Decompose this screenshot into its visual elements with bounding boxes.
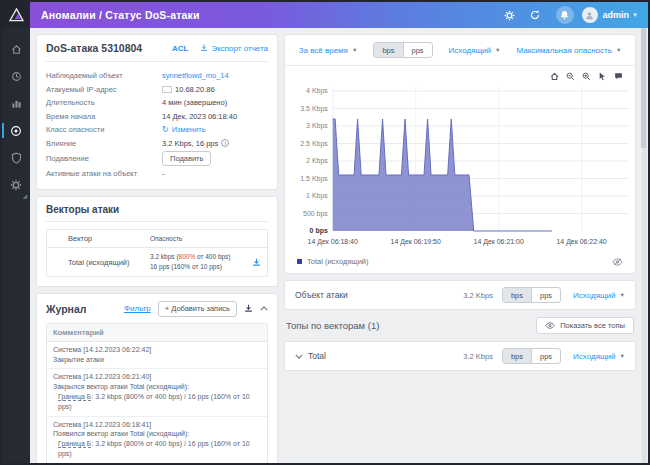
direction-select[interactable]: Исходящий▼ <box>573 291 625 300</box>
chevron-down-icon: ▼ <box>352 47 357 53</box>
chevron-down-icon[interactable] <box>295 354 303 359</box>
field-label: Атакуемый IP-адрес <box>46 85 162 94</box>
vector-name: Total (исходящий) <box>68 258 150 267</box>
sidebar-item-anomalies[interactable] <box>2 117 30 144</box>
vector-row: Total (исходящий) 3.2 kbps (800% от 400 … <box>47 248 267 276</box>
svg-text:0 bps: 0 bps <box>310 227 328 235</box>
svg-text:4 Kbps: 4 Kbps <box>306 87 328 95</box>
sidebar-item-home[interactable] <box>2 36 30 63</box>
chart-zoom-out-button[interactable] <box>566 72 575 81</box>
brand-triangle-icon <box>9 8 24 22</box>
field-label: Длительность <box>46 98 162 107</box>
info-icon[interactable]: i <box>221 139 229 147</box>
threshold-link[interactable]: Граница Б <box>58 393 91 401</box>
total-value: 3.2 Kbps <box>463 352 493 361</box>
attack-vectors-card: Векторы атаки Вектор Опасность Total (ис… <box>36 196 278 287</box>
svg-text:3 Kbps: 3 Kbps <box>306 122 328 130</box>
user-menu-caret-icon[interactable]: ▼ <box>632 12 638 18</box>
field-label: Активные атаки на объект <box>46 169 162 178</box>
sidebar-item-settings[interactable] <box>2 171 30 198</box>
vector-download-button[interactable] <box>252 258 261 267</box>
units-toggle: bps pps <box>502 287 561 303</box>
time-range-select[interactable]: За всё время▼ <box>299 46 358 55</box>
tops-title: Топы по векторам (1) <box>286 320 379 331</box>
page-title: Аномалии / Статус DoS-атаки <box>41 9 200 21</box>
change-danger-class-link[interactable]: Изменить <box>172 125 206 134</box>
collapse-journal-button[interactable] <box>260 306 268 311</box>
chart-cursor-button[interactable] <box>598 72 607 81</box>
legend-label[interactable]: Total (исходящий) <box>307 257 369 266</box>
acl-link[interactable]: ACL <box>172 44 188 53</box>
content-area: DoS-атака 5310804 ACL Экспорт отчета Наб… <box>30 28 648 463</box>
chart-home-button[interactable] <box>550 72 559 81</box>
start-time-value: 14 Дек, 2023 06:18:40 <box>162 112 237 121</box>
units-toggle: bps pps <box>502 348 561 364</box>
svg-text:14 Дек 06:19:50: 14 Дек 06:19:50 <box>391 238 441 246</box>
svg-text:14 Дек 06:21:00: 14 Дек 06:21:00 <box>474 238 524 246</box>
attacked-ip-value: 10.68.20.86 <box>175 85 215 94</box>
svg-text:1.5 Kbps: 1.5 Kbps <box>300 175 328 183</box>
pps-toggle-option[interactable]: pps <box>532 288 560 302</box>
user-avatar[interactable] <box>582 7 598 23</box>
threshold-link[interactable]: Граница Б <box>58 440 91 448</box>
severity-select[interactable]: Максимальная опасность▼ <box>517 46 622 55</box>
bell-icon <box>560 10 569 20</box>
refresh-icon: ↻ <box>162 125 169 134</box>
add-record-button[interactable]: + Добавить запись <box>158 301 237 317</box>
chevron-down-icon: ▼ <box>620 292 625 298</box>
app-logo[interactable] <box>2 2 30 28</box>
vectors-title: Векторы атаки <box>46 204 268 222</box>
direction-select[interactable]: Исходящий▼ <box>449 46 501 55</box>
field-label: Подавление <box>46 154 162 163</box>
svg-text:500 bps: 500 bps <box>303 210 328 218</box>
bps-toggle-option[interactable]: bps <box>503 349 532 363</box>
tops-by-vectors-header: Топы по векторам (1) Показать все топы <box>284 316 636 335</box>
person-icon <box>585 11 594 20</box>
filter-link[interactable]: Фильтр <box>124 304 151 313</box>
show-all-tops-button[interactable]: Показать все топы <box>536 317 634 334</box>
journal-table: Комментарий Система [14.12.2023 06:22:42… <box>46 323 268 463</box>
target-icon <box>10 125 22 137</box>
clock-icon <box>11 71 22 82</box>
pps-toggle-option[interactable]: pps <box>532 349 560 363</box>
traffic-area-chart[interactable]: 0 bps500 bps1 Kbps1.5 Kbps2 Kbps2.5 Kbps… <box>285 81 635 253</box>
field-label: Класс опасности <box>46 125 162 134</box>
export-report-label: Экспорт отчета <box>211 44 268 53</box>
settings-icon[interactable] <box>504 10 515 21</box>
chart-comment-button[interactable] <box>614 72 623 81</box>
chart-zoom-in-button[interactable] <box>582 72 591 81</box>
notifications-button[interactable] <box>556 6 574 24</box>
vectors-table: Вектор Опасность Total (исходящий) 3.2 k… <box>46 229 268 277</box>
attack-object-value: 3.2 Kbps <box>463 291 493 300</box>
attack-details-card: DoS-атака 5310804 ACL Экспорт отчета Наб… <box>36 34 278 190</box>
impact-value: 3.2 Kbps, 16 pps <box>162 139 218 148</box>
observed-object-link[interactable]: synnetflowd_mo_14 <box>162 71 229 80</box>
suppress-button[interactable]: Подавить <box>162 151 211 166</box>
legend-marker <box>297 259 302 264</box>
scrollbar-track[interactable] <box>642 28 647 463</box>
col-danger: Опасность <box>150 234 261 244</box>
export-report-link[interactable]: Экспорт отчета <box>200 44 268 53</box>
bps-toggle-option[interactable]: bps <box>374 43 403 57</box>
eye-slash-icon[interactable] <box>612 258 623 266</box>
journal-entry: Система [14.12.2023 06:21:40]Закрылся ве… <box>47 369 267 416</box>
sidebar-item-reports[interactable] <box>2 90 30 117</box>
svg-text:1 Kbps: 1 Kbps <box>306 192 328 200</box>
journal-download-button[interactable] <box>244 304 253 313</box>
duration-value: 4 мин (завершено) <box>162 98 227 107</box>
svg-text:2 Kbps: 2 Kbps <box>306 157 328 165</box>
col-vector: Вектор <box>68 234 150 244</box>
pps-toggle-option[interactable]: pps <box>404 43 432 57</box>
history-icon[interactable] <box>529 9 541 21</box>
total-vector-row: Total 3.2 Kbps bps pps Исходящий▼ <box>284 341 636 371</box>
scrollbar-thumb[interactable] <box>641 28 646 148</box>
username[interactable]: admin <box>603 10 630 20</box>
download-icon <box>200 44 208 52</box>
bps-toggle-option[interactable]: bps <box>503 288 532 302</box>
svg-text:14 Дек 06:18:40: 14 Дек 06:18:40 <box>308 238 358 246</box>
svg-text:2.5 Kbps: 2.5 Kbps <box>300 140 328 148</box>
sidebar-item-protection[interactable] <box>2 144 30 171</box>
direction-select[interactable]: Исходящий▼ <box>573 352 625 361</box>
sidebar-item-history[interactable] <box>2 63 30 90</box>
chart-legend: Total (исходящий) <box>285 257 635 273</box>
